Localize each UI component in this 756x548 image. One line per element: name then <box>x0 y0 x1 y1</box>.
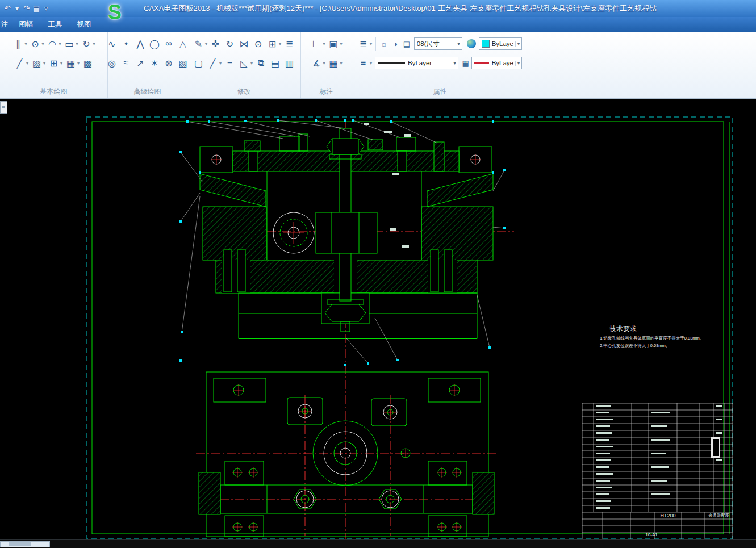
line-width-icon: ≡ <box>357 58 369 68</box>
globe-icon[interactable] <box>467 39 476 48</box>
chevron-down-icon[interactable]: ▾ <box>456 41 462 47</box>
dropdown-arrow-icon[interactable]: ▾ <box>340 61 343 66</box>
dimension-tool-button[interactable]: ⊢▾ <box>310 39 325 49</box>
dimension-style-tool-button[interactable]: ▦▾ <box>328 58 343 69</box>
linestyle-select[interactable]: ByLaye ▾ <box>471 57 522 69</box>
tech-req-title: 技术要求 <box>609 325 637 333</box>
polyline-tool-button[interactable]: ⋀ <box>135 39 147 49</box>
dropdown-arrow-icon[interactable]: ▾ <box>60 61 62 66</box>
erase-tool-button[interactable]: ✎▾ <box>193 39 207 49</box>
chevron-down-icon[interactable]: ▾ <box>515 61 521 66</box>
point-tool-button[interactable]: • <box>120 39 132 49</box>
chevron-down-icon[interactable]: ▾ <box>452 61 458 66</box>
top-view[interactable] <box>199 372 494 537</box>
datum-tool-button[interactable]: ▣▾ <box>328 39 343 49</box>
panel-collapse-tab[interactable] <box>0 101 7 114</box>
leader-tool-button[interactable]: ∡▾ <box>310 58 325 69</box>
wave-line-tool-button[interactable]: ≈ <box>120 58 132 68</box>
dropdown-arrow-icon[interactable]: ▾ <box>250 61 253 66</box>
copy-tool-button[interactable]: ⧉ <box>255 58 267 68</box>
ribbon-tab-0[interactable]: 注 <box>0 17 12 32</box>
rectangle-tool-button[interactable]: ▭▾ <box>64 39 78 49</box>
array-tool-button[interactable]: ⊞▾ <box>266 39 281 49</box>
segment-icon: ╱ <box>14 58 26 69</box>
rectangle-icon: ▭ <box>64 39 76 49</box>
title-block: HT200 夹具装配图 10-A1 <box>582 403 733 539</box>
frame-select-tool-button[interactable]: ▢ <box>193 58 204 69</box>
dropdown-arrow-icon[interactable]: ▾ <box>76 41 78 47</box>
break-tool-button[interactable]: − <box>224 58 236 68</box>
quick-access-toolbar: ↶▾↷▤▿ <box>0 0 50 17</box>
dropdown-arrow-icon[interactable]: ▾ <box>340 41 343 47</box>
print-style-button[interactable]: ▤ <box>402 40 411 48</box>
block-tool-button[interactable]: ⊞▾ <box>48 58 62 69</box>
double-circle-tool-button[interactable]: ∞ <box>163 39 175 49</box>
paste-tool-button[interactable]: ▥ <box>283 58 295 69</box>
center-line-tool-button[interactable]: ↻▾ <box>81 39 95 49</box>
arrow-tool-button[interactable]: ↗ <box>135 58 147 69</box>
raster-image-tool-button[interactable]: ▩ <box>82 58 94 69</box>
circle-tool-button[interactable]: ⊙▾ <box>29 39 44 49</box>
chevron-down-icon[interactable]: ▾ <box>515 41 521 47</box>
cad-drawing[interactable]: .g{stroke:#00dd00;fill:none;stroke-width… <box>0 99 756 539</box>
rotate-tool-button[interactable]: ↻ <box>224 39 236 49</box>
dropdown-arrow-icon[interactable]: ▾ <box>24 41 27 47</box>
dropdown-arrow-icon[interactable]: ▾ <box>323 41 325 47</box>
ellipse-tool-button[interactable]: ◯ <box>149 39 161 49</box>
move-tool-button[interactable]: ✜ <box>210 39 222 49</box>
dropdown-arrow-icon[interactable]: ▾ <box>205 41 207 47</box>
linetype-select[interactable]: ByLayer ▾ <box>375 57 458 69</box>
line-width-button[interactable]: ≡ ▾ <box>357 58 372 68</box>
new-document-button[interactable]: ▤ <box>32 3 40 14</box>
star-tool-button[interactable]: ✶ <box>149 58 161 69</box>
qat-more-button[interactable]: ▿ <box>42 3 50 14</box>
layer-color-button[interactable]: ◑ <box>391 40 400 48</box>
dropdown-arrow-icon[interactable]: ▾ <box>370 61 372 66</box>
horizontal-scrollbar[interactable] <box>0 541 50 547</box>
dropdown-arrow-icon[interactable]: ▾ <box>26 61 28 66</box>
gear-tool-button[interactable]: ⊛ <box>163 58 175 69</box>
hatch-grid-button[interactable]: ▦ <box>461 59 470 68</box>
trim-tool-button[interactable]: ╱▾ <box>207 58 222 69</box>
line-tool-button[interactable]: ∥▾ <box>12 39 27 49</box>
color-select[interactable]: ByLaye ▾ <box>479 37 522 50</box>
layer-manager-button[interactable]: ≣ ▾ <box>357 39 372 49</box>
donut-tool-button[interactable]: ◎ <box>106 58 118 69</box>
front-view[interactable] <box>200 123 493 338</box>
half-circle-icon: ◑ <box>391 40 400 48</box>
dropdown-arrow-icon[interactable]: ▾ <box>59 41 61 47</box>
ribbon-tab-1[interactable]: 图幅 <box>12 17 41 32</box>
segment-tool-button[interactable]: ╱▾ <box>14 58 28 69</box>
layer-select[interactable]: 08(尺寸 ▾ <box>414 37 462 50</box>
layer-visibility-button[interactable]: ☼ <box>379 40 389 48</box>
arc-tool-button[interactable]: ◠▾ <box>46 39 61 49</box>
mirror-icon: ⋈ <box>238 39 250 49</box>
dropdown-arrow-icon[interactable]: ▾ <box>370 41 372 47</box>
drawing-area[interactable]: .g{stroke:#00dd00;fill:none;stroke-width… <box>0 99 756 539</box>
chamfer-tool-button[interactable]: ◺▾ <box>238 58 253 69</box>
clip-tool-button[interactable]: ▤ <box>269 58 281 69</box>
ribbon-tab-3[interactable]: 视图 <box>70 17 99 32</box>
scale-tool-button[interactable]: ⊙ <box>252 39 264 49</box>
dropdown-arrow-icon[interactable]: ▾ <box>93 41 95 47</box>
mirror-tool-button[interactable]: ⋈ <box>238 39 250 49</box>
library-tool-button[interactable]: ▦▾ <box>65 58 80 69</box>
scrollbar-thumb[interactable] <box>9 542 31 546</box>
offset-tool-button[interactable]: ≣ <box>283 39 295 49</box>
dropdown-arrow-icon[interactable]: ▾ <box>41 41 44 47</box>
arrow-icon: ↗ <box>135 58 147 69</box>
separator <box>375 37 376 51</box>
dropdown-arrow-icon[interactable]: ▾ <box>43 61 45 66</box>
dropdown-arrow-icon[interactable]: ▾ <box>323 61 325 66</box>
undo-dropdown-button[interactable]: ▾ <box>13 3 21 14</box>
ribbon-tab-2[interactable]: 工具 <box>41 17 70 32</box>
dimension-icon: ⊢ <box>310 39 322 49</box>
spline-tool-button[interactable]: ∿ <box>106 39 118 49</box>
undo-button[interactable]: ↶ <box>3 3 11 14</box>
dropdown-arrow-icon[interactable]: ▾ <box>77 61 80 66</box>
hatch-tool-button[interactable]: ▨▾ <box>31 58 45 69</box>
group-label-properties: 属性 <box>354 84 525 98</box>
dropdown-arrow-icon[interactable]: ▾ <box>279 41 281 47</box>
redo-button[interactable]: ↷ <box>23 3 31 14</box>
dropdown-arrow-icon[interactable]: ▾ <box>219 61 222 66</box>
